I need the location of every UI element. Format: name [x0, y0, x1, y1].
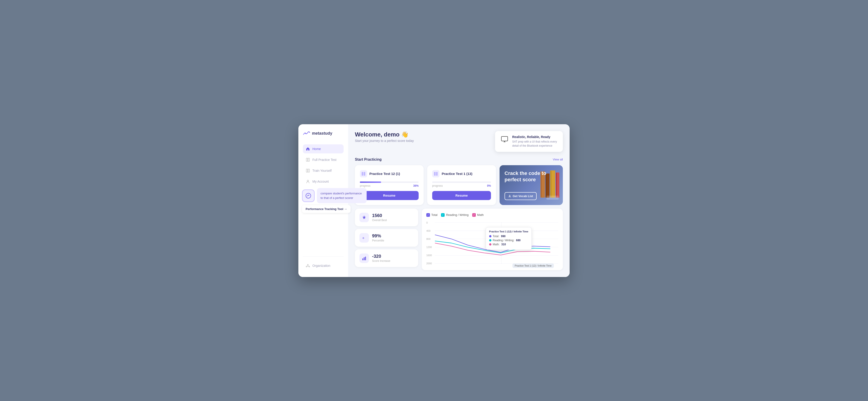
- vocab-btn[interactable]: Get Vocab List: [504, 192, 537, 200]
- stat-percentile-label: Percentile: [372, 239, 384, 242]
- progress-2: progress 0%: [432, 181, 491, 188]
- progress-bar-bg-2: [432, 181, 491, 183]
- tooltip-dot-math: [489, 243, 491, 246]
- tooltip-title: Realistic, Reliable, Ready: [512, 135, 558, 139]
- filter-total-label: Total: [431, 213, 437, 217]
- view-all-link[interactable]: View all: [553, 158, 563, 161]
- svg-rect-15: [364, 172, 365, 176]
- y-label-800: 800: [426, 238, 433, 240]
- percent-icon: ÷: [362, 235, 367, 240]
- y-label-1600: 1600: [426, 254, 433, 257]
- resume-btn-2[interactable]: Resume: [432, 191, 491, 200]
- svg-rect-2: [306, 169, 308, 172]
- logo: metastudy: [303, 131, 344, 136]
- stat-overall-best-label: Overall Best: [372, 219, 387, 222]
- filter-reading-writing[interactable]: ✓ Reading / Writing: [441, 213, 468, 217]
- chart-tooltip-row-total: Total: 990: [489, 235, 528, 238]
- filter-math[interactable]: ✓ Math: [472, 213, 484, 217]
- section-header: Start Practicing View all: [355, 157, 563, 162]
- progress-labels-2: progress 0%: [432, 184, 491, 188]
- checkbox-math: ✓: [472, 213, 476, 217]
- svg-rect-3: [308, 169, 309, 172]
- chart-bottom-label: Practice Test 1 (12) / Infinite Time: [513, 263, 554, 268]
- svg-rect-16: [434, 172, 436, 176]
- app-container: metastudy Home Full Practice Test: [298, 124, 569, 277]
- stats-chart-row: 1560 Overall Best ÷ 99% Percentile: [355, 209, 563, 270]
- monitor-icon: [500, 135, 509, 144]
- sidebar-item-org[interactable]: Organization: [303, 261, 344, 270]
- progress-bar-fill-1: [360, 181, 381, 183]
- header: Welcome, demo 👋 Start your journey to a …: [355, 131, 563, 152]
- chart-tooltip-row-math: Math: 310: [489, 243, 528, 246]
- org-icon: [306, 263, 310, 268]
- chart-tooltip: Practice Test 1 (12) / Infinite Time Tot…: [486, 227, 532, 250]
- sidebar-item-train[interactable]: Train Yourself: [303, 166, 344, 175]
- percent-icon-wrap: ÷: [360, 233, 369, 242]
- filter-math-label: Math: [477, 213, 484, 217]
- stat-overall-best-content: 1560 Overall Best: [372, 213, 387, 222]
- svg-point-38: [306, 193, 311, 198]
- test-card-1-header: Practice Test 12 (1): [360, 170, 418, 177]
- welcome-title: Welcome, demo 👋: [355, 131, 414, 138]
- tooltip-dot-rw: [489, 239, 491, 241]
- logo-icon: [303, 131, 310, 136]
- test-icon-2: [432, 170, 439, 177]
- tooltip-val-total: 990: [501, 235, 505, 238]
- stat-score-increase-value: -320: [372, 254, 391, 259]
- sidebar-item-full-practice[interactable]: Full Practice Test: [303, 155, 344, 164]
- test-name-2: Practice Test 1 (13): [442, 172, 472, 176]
- tooltip-content: Realistic, Reliable, Ready SAT prep with…: [512, 135, 558, 148]
- stat-score-increase: -320 Score Increase: [355, 249, 418, 267]
- stat-percentile-content: 99% Percentile: [372, 233, 384, 242]
- y-label-0: 0: [426, 221, 433, 224]
- train-icon: [306, 168, 310, 173]
- tooltip-val-rw: 680: [516, 239, 521, 242]
- tooltip-dot-total: [489, 235, 491, 237]
- svg-rect-17: [436, 172, 438, 176]
- stat-percentile: ÷ 99% Percentile: [355, 229, 418, 247]
- chart-area: 2000 1600 1200 800 400 0: [426, 221, 558, 266]
- test-icon-1: [360, 170, 367, 177]
- chart-bar-icon-wrap: [360, 254, 369, 263]
- tooltip-key-total: Total:: [493, 235, 499, 238]
- tooltip-val-math: 310: [501, 243, 506, 246]
- download-icon: [508, 194, 511, 198]
- svg-rect-0: [306, 158, 308, 161]
- y-label-400: 400: [426, 229, 433, 232]
- progress-bar-bg-1: [360, 181, 418, 183]
- tooltip-description: SAT prep with a UI that reflects every d…: [512, 140, 558, 148]
- tooltip-key-rw: Reading / Writing:: [493, 239, 514, 242]
- account-icon: [306, 179, 310, 184]
- checkbox-total: ✓: [426, 213, 430, 217]
- vocab-card: Crack the code to perfect score: [500, 165, 563, 205]
- sidebar-item-home[interactable]: Home: [303, 144, 344, 153]
- stat-percentile-value: 99%: [372, 233, 384, 238]
- svg-point-4: [307, 180, 309, 181]
- progress-label-2: progress: [432, 184, 443, 188]
- sidebar-item-org-label: Organization: [312, 264, 330, 267]
- perf-icon-circle: [302, 190, 315, 202]
- sidebar-item-home-label: Home: [312, 147, 321, 151]
- chart-card: ✓ Total ✓ Reading / Writing ✓: [422, 209, 563, 270]
- svg-rect-30: [365, 257, 366, 260]
- progress-pct-2: 0%: [487, 184, 491, 188]
- svg-rect-14: [362, 172, 363, 176]
- checkbox-reading-writing: ✓: [441, 213, 445, 217]
- practice-icon: [306, 157, 310, 162]
- chart-tooltip-header: Practice Test 1 (12) / Infinite Time: [489, 230, 528, 233]
- svg-rect-29: [364, 257, 365, 260]
- test-card-2-header: Practice Test 1 (13): [432, 170, 491, 177]
- filter-total[interactable]: ✓ Total: [426, 213, 437, 217]
- home-icon: [306, 147, 310, 151]
- svg-point-5: [307, 264, 308, 265]
- perf-tool-link[interactable]: Performance Tracking Tool →: [302, 205, 350, 213]
- sidebar-item-full-practice-label: Full Practice Test: [312, 158, 336, 162]
- perf-tooltip-box: compare student's performance to that of…: [317, 188, 367, 203]
- vocab-btn-label: Get Vocab List: [513, 194, 533, 198]
- sidebar-item-account-label: My Account: [312, 180, 329, 183]
- perf-tool-container: compare student's performance to that of…: [298, 184, 370, 217]
- progress-pct-1: 36%: [413, 184, 418, 188]
- svg-rect-1: [308, 158, 309, 161]
- section-title: Start Practicing: [355, 157, 381, 162]
- svg-text:÷: ÷: [362, 236, 364, 240]
